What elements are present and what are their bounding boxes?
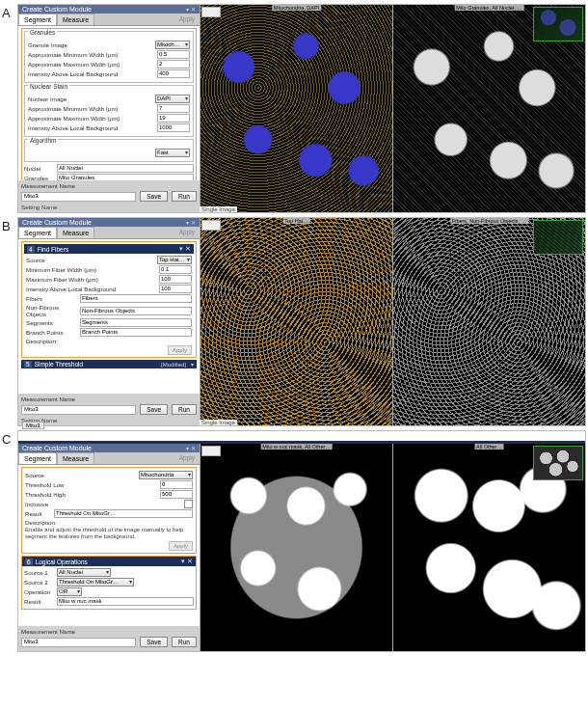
form-area-A: Granules Granule ImageMitoch… Approximat…	[18, 26, 200, 180]
ff-maxw-input[interactable]: 100	[159, 275, 192, 284]
measurement-name-input[interactable]: Mito3	[21, 638, 136, 647]
measurement-name-label: Measurement Name	[21, 395, 75, 402]
tab-measure[interactable]: Measure	[57, 227, 94, 238]
figure-label-B: B	[2, 217, 17, 233]
overview-inset[interactable]	[533, 446, 583, 480]
step-remove-icon[interactable]: ▾ ✕	[181, 558, 193, 565]
tab-strip: Segment Measure Apply	[18, 452, 200, 465]
tab-segment[interactable]: Segment	[18, 452, 57, 464]
viewer-pane-left: Top Hat…	[200, 218, 392, 425]
nuclear-image-select[interactable]: DAPI	[155, 95, 190, 103]
th-result-label: Result	[25, 510, 54, 517]
ff-intensity-label: Intensity Above Local Background	[26, 286, 159, 292]
save-button[interactable]: Save	[140, 637, 168, 647]
view-toolbar[interactable]	[201, 446, 221, 456]
simple-threshold-header[interactable]: 5 Simple Threshold [Modified] ▾	[21, 360, 197, 368]
lo-op-label: Operation	[24, 588, 57, 595]
lo-s2-select[interactable]: Threshold On MitoGr…	[57, 578, 134, 586]
overview-inset[interactable]	[533, 220, 583, 255]
ff-maxw-label: Maximum Fiber Width (µm)	[26, 276, 159, 283]
viewer-mode-label: Single Image	[200, 206, 237, 212]
run-button[interactable]: Run	[172, 191, 197, 202]
th-low-input[interactable]: 0	[160, 480, 193, 489]
tab-apply[interactable]: Apply	[174, 227, 200, 238]
pin-icon[interactable]: ▾	[186, 445, 189, 451]
tab-apply[interactable]: Apply	[174, 14, 200, 25]
granules-title: Granules	[28, 29, 57, 36]
nuclear-maxw-input[interactable]: 19	[157, 114, 190, 123]
tab-measure[interactable]: Measure	[57, 14, 94, 25]
granule-image-select[interactable]: Mitoch…	[155, 41, 190, 49]
run-button[interactable]: Run	[172, 404, 197, 415]
th-apply-button[interactable]: Apply	[169, 541, 193, 551]
overview-inset[interactable]	[533, 7, 583, 41]
pin-icon[interactable]: ▾	[186, 219, 189, 226]
pin-icon[interactable]: ▾	[186, 6, 189, 13]
find-fibers-header[interactable]: 4 Find Fibers ▾ ✕	[24, 244, 194, 254]
ff-apply-button[interactable]: Apply	[168, 345, 192, 355]
th-inclusive-checkbox[interactable]	[184, 500, 193, 508]
th-source-select[interactable]: Mitochondria	[139, 471, 193, 479]
step-title: Logical Operations	[36, 559, 88, 565]
ff-segments-label: Segments	[26, 319, 80, 326]
image-canvas-left[interactable]	[200, 5, 392, 212]
ff-source-select[interactable]: Top Hat…	[157, 256, 192, 264]
granule-minw-label: Approximate Minimum Width (µm)	[28, 51, 157, 58]
algorithm-title: Algorithm	[28, 137, 58, 144]
ff-branch-input[interactable]: Branch Points	[80, 328, 192, 337]
tab-apply[interactable]: Apply	[174, 452, 200, 464]
close-icon[interactable]: ✕	[191, 445, 196, 451]
footer-bar: Measurement Name Mito3 Save Run	[18, 626, 200, 651]
th-source-label: Source	[25, 472, 139, 478]
viewer-A: Mitochondria, DAPI Mito Granules, All Nu…	[200, 5, 585, 212]
modified-badge: [Modified]	[161, 362, 186, 368]
save-button[interactable]: Save	[140, 191, 168, 202]
run-button[interactable]: Run	[172, 637, 197, 647]
module-title-bar: Create Custom Module ▾ ✕	[18, 444, 200, 452]
close-icon[interactable]: ✕	[191, 219, 196, 226]
nuclei-out-input[interactable]: All Nuclei	[57, 164, 194, 173]
lo-op-select[interactable]: OR	[57, 587, 82, 596]
module-title-bar: Create Custom Module ▾ ✕	[18, 5, 200, 14]
nuclear-minw-input[interactable]: 7	[157, 104, 190, 113]
close-icon[interactable]: ✕	[191, 6, 196, 13]
image-canvas-left[interactable]	[200, 218, 392, 425]
nuclear-intensity-input[interactable]: 1000	[157, 123, 190, 132]
granule-minw-input[interactable]: 0.5	[157, 50, 190, 59]
measurement-name-label: Measurement Name	[21, 182, 75, 189]
step-number: 5	[24, 361, 32, 368]
view-toolbar[interactable]	[201, 220, 221, 231]
logical-ops-header[interactable]: 6 Logical Operations ▾ ✕	[22, 557, 196, 566]
ff-nonfib-input[interactable]: Non-Fibrous Objects	[80, 307, 192, 315]
nuclear-maxw-label: Approximate Maximum Width (µm)	[28, 115, 157, 122]
pane-label-right: Mito Granules, All Nuclei, …	[454, 5, 523, 11]
tab-segment[interactable]: Segment	[18, 14, 57, 25]
granules-out-input[interactable]: Mito Granules	[57, 174, 194, 180]
view-toolbar[interactable]	[201, 7, 221, 17]
ff-fibers-input[interactable]: Fibers	[80, 294, 192, 303]
ff-segments-input[interactable]: Segments	[80, 318, 192, 327]
viewer-pane-right: Mito Granules, All Nuclei, …	[392, 5, 585, 212]
th-result-input[interactable]: Threshold On MitoGr…	[54, 509, 193, 518]
granule-intensity-input[interactable]: 400	[157, 69, 190, 78]
th-desc-text: Enable and adjust the threshold of the i…	[25, 527, 193, 540]
ff-minw-input[interactable]: 0.1	[159, 265, 192, 274]
lo-result-label: Result	[24, 598, 57, 605]
measurement-name-input[interactable]: Mito3	[21, 192, 136, 202]
lo-s1-select[interactable]: All Nuclei	[57, 568, 111, 577]
algorithm-select[interactable]: Fast	[155, 149, 190, 157]
tab-measure[interactable]: Measure	[57, 452, 94, 464]
th-high-input[interactable]: 500	[160, 490, 193, 499]
lo-result-input[interactable]: Mito w nuc mask	[57, 597, 194, 606]
pane-label-left: Top Hat…	[282, 218, 309, 224]
tab-segment[interactable]: Segment	[18, 227, 57, 238]
measurement-name-input[interactable]: Mito3	[21, 405, 136, 415]
step-remove-icon[interactable]: ▾ ✕	[179, 245, 191, 253]
chevron-down-icon[interactable]: ▾	[191, 361, 194, 368]
granule-maxw-label: Approximate Maximum Width (µm)	[28, 61, 157, 68]
window-tab-chip[interactable]: Mito3	[22, 422, 44, 429]
image-canvas-left[interactable]	[200, 444, 392, 651]
granule-maxw-input[interactable]: 2	[157, 60, 190, 68]
ff-intensity-input[interactable]: 100	[159, 285, 192, 293]
save-button[interactable]: Save	[140, 404, 168, 415]
